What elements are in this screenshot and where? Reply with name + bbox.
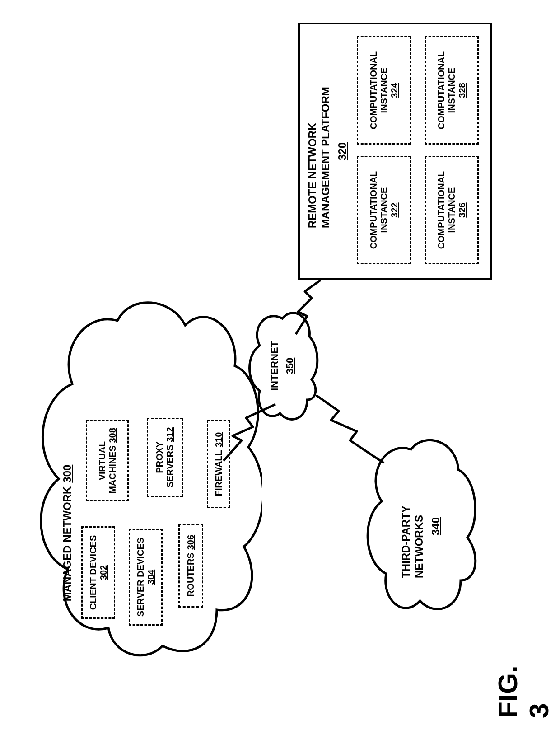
instance-328-ref: 328 (457, 83, 467, 98)
box-routers: ROUTERS 306 (178, 524, 203, 608)
routers-ref: 306 (186, 535, 196, 550)
box-server-devices: SERVER DEVICES 304 (129, 529, 163, 626)
instance-322-ref: 322 (389, 202, 400, 217)
instance-324-label: COMPUTATIONAL INSTANCE (369, 37, 389, 143)
conn-internet-to-platform (294, 280, 325, 334)
proxy-servers-label: PROXY SERVERS (154, 441, 175, 487)
box-client-devices: CLIENT DEVICES 302 (81, 526, 115, 619)
conn-internet-to-thirdparty (314, 393, 386, 465)
routers-label: ROUTERS (186, 552, 196, 597)
instance-328: COMPUTATIONAL INSTANCE 328 (425, 36, 479, 145)
platform-title: REMOTE NETWORK MANAGEMENT PLATFORM (306, 75, 332, 228)
virtual-machines-ref: 308 (107, 428, 117, 443)
conn-managed-to-internet (221, 404, 280, 463)
instance-324: COMPUTATIONAL INSTANCE 324 (357, 36, 411, 145)
client-devices-label: CLIENT DEVICES (88, 535, 98, 610)
managed-network-title: MANAGED NETWORK (61, 486, 74, 602)
proxy-servers-ref: 312 (165, 427, 175, 442)
box-proxy-servers: PROXY SERVERS 312 (147, 418, 183, 497)
instance-322-label: COMPUTATIONAL INSTANCE (369, 157, 389, 263)
managed-network-cloud: MANAGED NETWORK 300 CLIENT DEVICES 302 V… (27, 298, 262, 664)
managed-network-ref: 300 (61, 465, 74, 483)
client-devices-ref: 302 (98, 565, 109, 580)
instance-324-ref: 324 (389, 83, 400, 98)
instance-326: COMPUTATIONAL INSTANCE 326 (425, 156, 479, 264)
server-devices-label: SERVER DEVICES (135, 538, 146, 617)
third-party-ref: 340 (429, 517, 443, 535)
figure-label: FIG. 3 (492, 650, 555, 718)
third-party-label: THIRD-PARTY NETWORKS (400, 474, 426, 578)
instance-326-label: COMPUTATIONAL INSTANCE (436, 157, 457, 263)
server-devices-ref: 304 (146, 570, 156, 585)
platform-box: REMOTE NETWORK MANAGEMENT PLATFORM 320 C… (298, 23, 492, 280)
internet-ref: 350 (284, 358, 296, 374)
internet-label: INTERNET (269, 341, 280, 391)
instance-322: COMPUTATIONAL INSTANCE 322 (357, 156, 411, 264)
virtual-machines-label: VIRTUAL MACHINES (97, 441, 117, 494)
instance-326-ref: 326 (457, 202, 467, 217)
instance-328-label: COMPUTATIONAL INSTANCE (436, 37, 457, 143)
diagram-stage: MANAGED NETWORK 300 CLIENT DEVICES 302 V… (0, 0, 560, 739)
platform-ref: 320 (336, 142, 349, 160)
box-virtual-machines: VIRTUAL MACHINES 308 (86, 420, 129, 501)
